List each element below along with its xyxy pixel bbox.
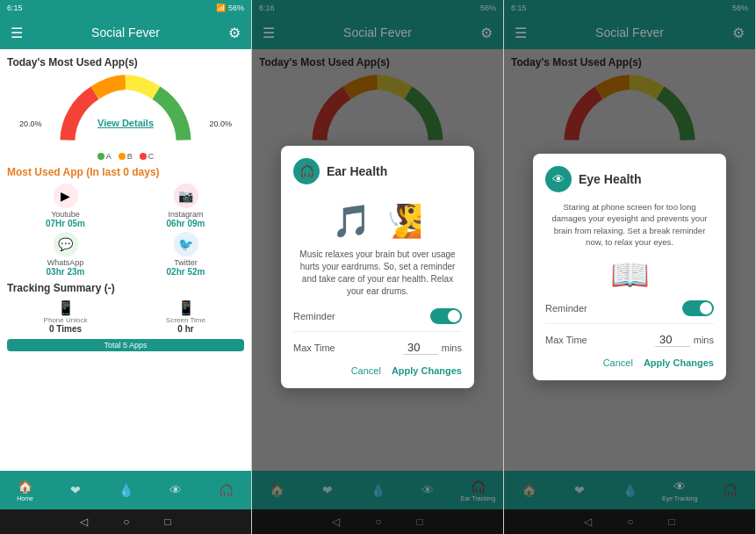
screen-time-label: Screen Time bbox=[166, 316, 205, 324]
legend-label-a: A bbox=[106, 152, 112, 161]
app-title-1: Social Fever bbox=[91, 25, 160, 40]
legend-b: B bbox=[119, 152, 133, 161]
ear-music-icon: 🎵 bbox=[332, 203, 371, 239]
list-item: 🐦 Twitter 02hr 52m bbox=[127, 232, 244, 277]
modal-overlay-eye: 👁 Eye Health Staring at phone screen for… bbox=[504, 0, 755, 534]
heart-icon-1: ❤ bbox=[70, 483, 81, 497]
gauge-svg bbox=[55, 74, 196, 148]
eye-illustration: 📖 bbox=[545, 256, 714, 293]
twitter-name: Twitter bbox=[174, 258, 198, 267]
ear-apply-button[interactable]: Apply Changes bbox=[392, 365, 462, 376]
legend-dot-c bbox=[140, 153, 147, 160]
gauge-right-pct: 20.0% bbox=[209, 119, 232, 128]
content-1: Today's Most Used App(s) 20.0% View Deta… bbox=[0, 49, 251, 471]
eye-cancel-button[interactable]: Cancel bbox=[603, 357, 633, 368]
home-label-1: Home bbox=[17, 495, 33, 502]
eye-reminder-row: Reminder bbox=[545, 300, 714, 324]
gauge-left-pct: 20.0% bbox=[19, 119, 42, 128]
tab-home-1[interactable]: 🏠 Home bbox=[0, 471, 50, 509]
legend-label-c: C bbox=[148, 152, 155, 161]
tab-ear-1[interactable]: 🎧 bbox=[201, 471, 251, 509]
ear-reminder-label: Reminder bbox=[293, 311, 335, 321]
ear-person-icon: 🧏 bbox=[384, 203, 423, 239]
twitter-icon: 🐦 bbox=[174, 232, 198, 256]
eye-reminder-toggle[interactable] bbox=[682, 300, 714, 316]
screen-dashboard: 6:15 📶 56% ☰ Social Fever ⚙ Today's Most… bbox=[0, 0, 252, 534]
twitter-time: 02hr 52m bbox=[167, 267, 205, 277]
settings-icon-1[interactable]: ⚙ bbox=[228, 25, 241, 41]
eye-apply-button[interactable]: Apply Changes bbox=[644, 357, 714, 368]
eye-icon-1: 👁 bbox=[169, 483, 182, 497]
tracking-title-1: Tracking Summary (-) bbox=[7, 282, 244, 294]
ear-illustration: 🎵 🧏 bbox=[293, 193, 462, 242]
instagram-icon: 📷 bbox=[174, 184, 198, 208]
eye-modal-actions: Cancel Apply Changes bbox=[545, 357, 714, 368]
tab-water-1[interactable]: 💧 bbox=[100, 471, 150, 509]
list-item: 📱 Screen Time 0 hr bbox=[127, 299, 244, 334]
screen-ear-health: 6:16 56% ☰ Social Fever ⚙ Today's Most U… bbox=[252, 0, 504, 534]
list-item: ▶ Youtube 07Hr 05m bbox=[7, 184, 124, 228]
ear-maxtime-row: Max Time mins bbox=[293, 341, 462, 355]
tab-health-1[interactable]: ❤ bbox=[50, 471, 100, 509]
modal-overlay-ear: 🎧 Ear Health 🎵 🧏 Music relaxes your brai… bbox=[252, 0, 503, 534]
screen-time-icon: 📱 bbox=[177, 299, 195, 316]
battery-1: 📶 bbox=[216, 4, 226, 12]
instagram-name: Instagram bbox=[168, 210, 203, 219]
bottom-nav-1: 🏠 Home ❤ 💧 👁 🎧 bbox=[0, 471, 251, 509]
ear-maxtime-label: Max Time bbox=[293, 343, 335, 353]
eye-modal-icon: 👁 bbox=[545, 166, 572, 192]
most-used-header-1: Today's Most Used App(s) bbox=[7, 56, 244, 69]
total-apps-badge: Total 5 Apps bbox=[7, 339, 244, 351]
whatsapp-time: 03hr 23m bbox=[47, 267, 85, 277]
most-used-title-1: Most Used App (In last 0 days) bbox=[7, 166, 244, 178]
eye-modal-title: Eye Health bbox=[579, 172, 642, 186]
apps-grid-1: ▶ Youtube 07Hr 05m 📷 Instagram 06hr 09m … bbox=[7, 184, 244, 277]
modal-header-eye: 👁 Eye Health bbox=[545, 166, 714, 192]
whatsapp-name: WhatsApp bbox=[47, 258, 84, 267]
eye-reminder-label: Reminder bbox=[545, 303, 587, 314]
ear-modal-icon: 🎧 bbox=[293, 158, 320, 184]
screen-time-value: 0 hr bbox=[177, 324, 193, 334]
back-btn-1[interactable]: ◁ bbox=[80, 516, 88, 528]
eye-health-modal: 👁 Eye Health Staring at phone screen for… bbox=[533, 154, 726, 380]
gauge-legend: A B C bbox=[7, 152, 244, 161]
recents-btn-1[interactable]: □ bbox=[165, 516, 171, 528]
ear-modal-desc: Music relaxes your brain but over usage … bbox=[293, 249, 462, 298]
whatsapp-icon: 💬 bbox=[54, 232, 78, 256]
tab-eye-1[interactable]: 👁 bbox=[151, 471, 201, 509]
instagram-time: 06hr 09m bbox=[167, 219, 205, 228]
ear-reminder-row: Reminder bbox=[293, 308, 462, 332]
android-bar-1: ◁ ○ □ bbox=[0, 509, 251, 534]
ear-modal-actions: Cancel Apply Changes bbox=[293, 365, 462, 376]
time-1: 6:15 bbox=[7, 4, 23, 12]
eye-maxtime-unit: mins bbox=[694, 335, 714, 345]
list-item: 📷 Instagram 06hr 09m bbox=[127, 184, 244, 228]
list-item: 📱 Phone Unlock 0 Times bbox=[7, 299, 124, 334]
ear-cancel-button[interactable]: Cancel bbox=[351, 365, 381, 376]
top-nav-1: ☰ Social Fever ⚙ bbox=[0, 16, 251, 49]
ear-health-modal: 🎧 Ear Health 🎵 🧏 Music relaxes your brai… bbox=[281, 146, 474, 388]
ear-maxtime-unit: mins bbox=[442, 343, 462, 353]
legend-dot-a bbox=[97, 153, 104, 160]
eye-maxtime-row: Max Time mins bbox=[545, 333, 714, 347]
battery-pct-1: 56% bbox=[228, 4, 244, 12]
tracking-grid-1: 📱 Phone Unlock 0 Times 📱 Screen Time 0 h… bbox=[7, 299, 244, 334]
gauge-center[interactable]: View Details bbox=[97, 118, 154, 128]
menu-icon-1[interactable]: ☰ bbox=[11, 25, 23, 41]
legend-dot-b bbox=[119, 153, 126, 160]
legend-c: C bbox=[140, 152, 155, 161]
ear-reminder-toggle[interactable] bbox=[430, 308, 462, 324]
home-btn-1[interactable]: ○ bbox=[123, 516, 129, 528]
legend-label-b: B bbox=[127, 152, 133, 161]
youtube-time: 07Hr 05m bbox=[46, 219, 85, 228]
youtube-icon: ▶ bbox=[54, 184, 78, 208]
ear-maxtime-input[interactable] bbox=[403, 341, 438, 355]
list-item: 💬 WhatsApp 03hr 23m bbox=[7, 232, 124, 277]
phone-unlock-value: 0 Times bbox=[49, 324, 82, 334]
water-icon-1: 💧 bbox=[119, 483, 133, 497]
eye-maxtime-label: Max Time bbox=[545, 335, 587, 345]
eye-maxtime-input[interactable] bbox=[655, 333, 690, 347]
eye-modal-desc: Staring at phone screen for too long dam… bbox=[545, 201, 714, 248]
ear-icon-1: 🎧 bbox=[219, 483, 234, 497]
modal-header-ear: 🎧 Ear Health bbox=[293, 158, 462, 184]
